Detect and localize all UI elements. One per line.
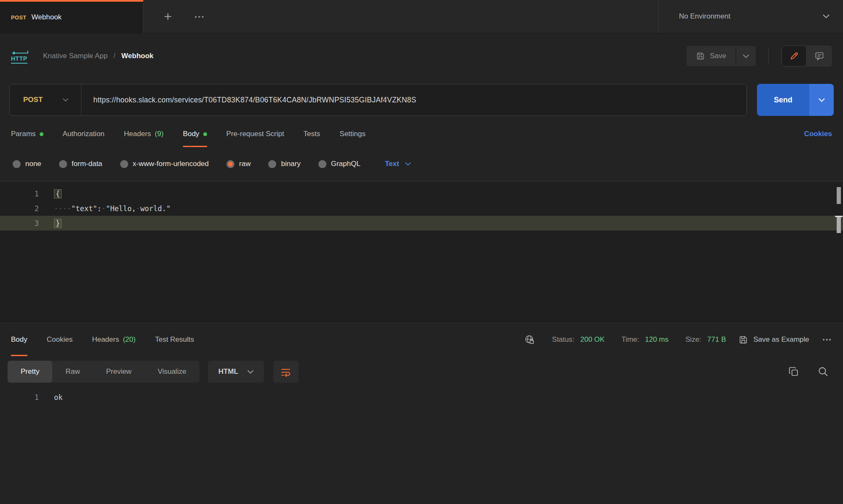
tab-label: Settings: [339, 130, 365, 138]
edit-comment-toggle: [781, 46, 832, 67]
editor-scrollbar-thumb[interactable]: [837, 187, 841, 204]
tab-label: Cookies: [47, 335, 73, 344]
copy-icon[interactable]: [788, 366, 799, 377]
tab-label: Headers: [124, 130, 151, 138]
wrap-text-icon: [280, 366, 291, 378]
radio-icon: [226, 160, 234, 168]
tab-label: Body: [183, 130, 199, 138]
whitespace-dot: ·: [58, 204, 62, 213]
code-text: ····"text":·"Hello,·world.": [39, 204, 170, 213]
send-options-chevron-icon[interactable]: [809, 84, 834, 116]
radio-icon: [318, 160, 326, 168]
breadcrumb-request-name[interactable]: Webhook: [121, 52, 154, 60]
save-button[interactable]: Save: [687, 46, 735, 66]
response-view-visualize[interactable]: Visualize: [145, 361, 199, 383]
environment-label: No Environment: [679, 12, 730, 21]
request-tab-body[interactable]: Body: [183, 121, 207, 147]
response-body[interactable]: 1ok: [0, 387, 843, 504]
request-tab-headers[interactable]: Headers(9): [124, 121, 164, 147]
save-as-example-button[interactable]: Save as Example: [738, 335, 809, 345]
status-value[interactable]: 200 OK: [580, 335, 605, 344]
body-type-radio-binary[interactable]: binary: [268, 160, 300, 168]
raw-format-selector[interactable]: Text: [385, 160, 411, 168]
tab-label: Authorization: [63, 130, 105, 138]
response-tab-cookies[interactable]: Cookies: [47, 323, 73, 356]
comment-icon: [814, 51, 824, 61]
size-value[interactable]: 771 B: [707, 335, 726, 344]
environment-selector[interactable]: No Environment: [658, 0, 843, 33]
body-type-radio-none[interactable]: none: [13, 160, 41, 168]
breadcrumb-collection[interactable]: Knative Sample App: [43, 52, 108, 60]
open-request-tab[interactable]: POST Webhook: [0, 0, 143, 33]
tab-label: Params: [11, 130, 36, 138]
response-tab-headers[interactable]: Headers(20): [92, 323, 136, 356]
code-editor[interactable]: 1{2····"text":·"Hello,·world."3}: [0, 181, 843, 323]
code-line[interactable]: 1{: [0, 186, 843, 201]
whitespace-dot: ·: [54, 204, 58, 213]
radio-label: form-data: [72, 160, 102, 168]
tab-label: Body: [11, 335, 27, 344]
request-tab-tests[interactable]: Tests: [304, 121, 321, 147]
response-view-raw[interactable]: Raw: [52, 361, 93, 383]
code-line[interactable]: 3}: [0, 216, 843, 231]
method-selector[interactable]: POST: [10, 96, 81, 104]
chevron-down-icon: [823, 14, 830, 19]
request-tab-settings[interactable]: Settings: [339, 121, 365, 147]
response-view-pretty[interactable]: Pretty: [8, 361, 52, 383]
time-label: Time:: [622, 335, 639, 344]
url-input[interactable]: https://hooks.slack.com/services/T06TD83…: [81, 96, 416, 105]
save-options-chevron-icon[interactable]: [736, 46, 756, 66]
network-lock-icon[interactable]: [524, 334, 535, 345]
tab-method-badge: POST: [11, 14, 27, 21]
tab-label: Tests: [304, 130, 321, 138]
bracket-match-highlight: }: [54, 219, 62, 228]
tab-options-icon[interactable]: •••: [188, 0, 212, 33]
tab-count: (9): [155, 130, 164, 138]
edit-pencil-button[interactable]: [781, 46, 807, 67]
line-number: 1: [0, 393, 39, 402]
search-icon[interactable]: [818, 366, 829, 377]
whitespace-dot: ·: [102, 204, 106, 213]
cookies-link[interactable]: Cookies: [804, 121, 832, 147]
response-view-preview[interactable]: Preview: [93, 361, 144, 383]
response-toolbar: PrettyRawPreviewVisualize HTML: [0, 356, 843, 387]
comment-button[interactable]: [807, 46, 832, 67]
modified-dot: [203, 132, 207, 136]
divider: [768, 47, 769, 65]
wrap-lines-button[interactable]: [273, 361, 299, 383]
send-button[interactable]: Send: [757, 84, 809, 116]
pencil-icon: [789, 51, 799, 61]
radio-label: GraphQL: [331, 160, 361, 168]
body-type-radio-form-data[interactable]: form-data: [59, 160, 102, 168]
url-bar-row: POST https://hooks.slack.com/services/T0…: [0, 79, 843, 121]
chevron-down-icon: [248, 370, 253, 374]
line-number: 3: [0, 219, 39, 228]
response-options-icon[interactable]: •••: [823, 336, 832, 343]
code-line[interactable]: 2····"text":·"Hello,·world.": [0, 201, 843, 216]
request-tab-params[interactable]: Params: [11, 121, 43, 147]
new-tab-button[interactable]: +: [159, 0, 177, 33]
response-format-selector[interactable]: HTML: [208, 361, 264, 383]
status-label: Status:: [552, 335, 574, 344]
body-type-radio-x-www-form-urlencoded[interactable]: x-www-form-urlencoded: [120, 160, 209, 168]
method-label: POST: [23, 96, 43, 104]
body-type-radio-raw[interactable]: raw: [226, 160, 250, 168]
request-tab-authorization[interactable]: Authorization: [63, 121, 105, 147]
response-view-switcher: PrettyRawPreviewVisualize: [8, 361, 199, 383]
editor-cursor-marker-bar: [837, 217, 841, 233]
request-tabs: ParamsAuthorizationHeaders(9)BodyPre-req…: [0, 121, 843, 147]
radio-icon: [120, 160, 128, 168]
code-text: }: [39, 219, 62, 228]
response-tab-test-results[interactable]: Test Results: [155, 323, 194, 356]
body-type-radio-graphql[interactable]: GraphQL: [318, 160, 361, 168]
time-value[interactable]: 120 ms: [645, 335, 669, 344]
request-tab-pre-request-script[interactable]: Pre-request Script: [226, 121, 284, 147]
response-tab-body[interactable]: Body: [11, 323, 27, 356]
request-header-row: HTTP Knative Sample App / Webhook Save: [0, 33, 843, 79]
postman-window: POST Webhook + ••• No Environment HTTP K…: [0, 0, 843, 504]
tab-count: (20): [123, 335, 135, 344]
save-icon: [738, 335, 748, 345]
modified-dot: [40, 132, 43, 136]
radio-label: none: [25, 160, 41, 168]
http-request-icon: HTTP: [11, 50, 30, 62]
